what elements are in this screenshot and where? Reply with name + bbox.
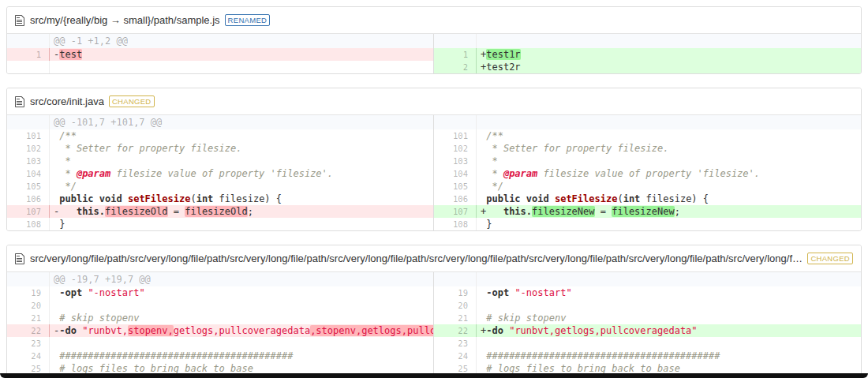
code-token: getlogs,pullcoveragedata (174, 325, 310, 336)
code-token: * (486, 155, 497, 167)
diff-left-pane: @@ -1 +1,2 @@1-test (7, 34, 434, 73)
hunk-header-row (434, 272, 861, 286)
file-diff-panel: src/core/init.java CHANGED @@ -101,7 +10… (6, 88, 862, 231)
code-token: * (59, 168, 77, 179)
code-token: @param (77, 168, 110, 179)
code-line: * (50, 155, 433, 167)
diff-body: @@ -19,7 +19,7 @@19 -opt "-nostart"20 21… (7, 272, 861, 375)
code-token: * (486, 168, 503, 179)
line-number: 105 (7, 180, 50, 193)
code-line: + this.filesizeNew = filesizeNew; (477, 205, 861, 218)
code-token: -opt (59, 287, 82, 298)
code-token: # logs files to bring back to base (59, 363, 253, 374)
hunk-header: @@ -101,7 +101,7 @@ (50, 115, 433, 129)
code-line: * Setter for property filesize. (477, 142, 861, 155)
line-number: 106 (434, 193, 477, 205)
code-token: filesize value of property 'filesize'. (110, 168, 333, 179)
code-line: # skip stopenv (50, 312, 433, 324)
code-token: # skip stopenv (59, 313, 139, 324)
diff-left-pane: @@ -101,7 +101,7 @@101 /**102 * Setter f… (7, 115, 434, 230)
code-token: ; (248, 206, 253, 217)
file-status-badge: CHANGED (109, 95, 155, 107)
line-number: 2 (434, 61, 477, 73)
file-icon (15, 95, 24, 108)
code-line: +test2r (477, 61, 861, 73)
file-header[interactable]: src/very/long/file/path/src/very/long/fi… (7, 245, 861, 272)
code-token: ########################################… (59, 350, 293, 361)
code-line: } (477, 218, 861, 230)
code-token: this. (503, 206, 532, 217)
code-token (54, 338, 59, 349)
diff-right-table: 101 /**102 * Setter for property filesiz… (434, 115, 861, 230)
diff-line-row: 106 public void setFilesize(int filesize… (434, 193, 861, 205)
diff-body: @@ -1 +1,2 @@1-test 1+test1r2+test2r (7, 34, 861, 73)
code-token: "-nostart" (88, 287, 144, 298)
file-name: src/very/long/file/path/src/very/long/fi… (30, 253, 803, 264)
code-token: stopenv, (128, 325, 174, 336)
diff-line-row: 23 (7, 337, 433, 350)
diff-line-row: 101 /** (7, 129, 433, 142)
diff-line-row: 104 * @param filesize value of property … (7, 167, 433, 180)
code-token: public void (486, 193, 555, 204)
code-token: "runbvt, (82, 325, 128, 336)
code-token: ########################################… (486, 350, 720, 361)
code-line (50, 337, 433, 350)
code-token (59, 206, 77, 217)
diff-line-row: 108 } (7, 218, 433, 230)
code-token (486, 206, 503, 217)
code-line: } (50, 218, 433, 230)
file-status-badge: RENAMED (225, 14, 271, 26)
line-number: 20 (434, 299, 477, 312)
line-number (7, 272, 50, 286)
file-header[interactable]: src/core/init.java CHANGED (7, 88, 861, 115)
code-token (54, 300, 59, 311)
code-token: * (59, 155, 70, 167)
hunk-header: @@ -1 +1,2 @@ (50, 34, 433, 48)
code-token: filesize) { (213, 193, 282, 204)
diff-line-row (7, 61, 433, 73)
file-icon (15, 14, 24, 27)
code-line: * Setter for property filesize. (50, 142, 433, 155)
code-line: /** (50, 129, 433, 142)
diff-line-row: 21 # skip stopenv (434, 312, 861, 324)
diff-line-row: 23 (434, 337, 861, 350)
file-status-badge: CHANGED (807, 253, 853, 264)
code-token: */ (59, 181, 77, 192)
code-token: filesize) { (640, 193, 709, 204)
code-line: */ (50, 180, 433, 193)
hunk-header-row (434, 34, 861, 48)
code-line (477, 337, 861, 350)
diff-line-row: 106 public void setFilesize(int filesize… (7, 193, 433, 205)
line-number (7, 61, 50, 73)
diff-line-row: 19 -opt "-nostart" (434, 286, 861, 299)
diff-line-row: 1-test (7, 48, 433, 61)
code-token: /** (486, 130, 503, 141)
file-icon (15, 253, 24, 265)
file-header[interactable]: src/my/{really/big → small}/path/sample.… (7, 7, 861, 34)
code-line (50, 61, 433, 73)
diff-view: src/my/{really/big → small}/path/sample.… (0, 0, 868, 376)
code-token: filesize value of property 'filesize'. (537, 168, 760, 179)
code-token: /** (59, 130, 77, 141)
line-number: 22 (7, 324, 50, 337)
code-token: test (59, 49, 82, 60)
diff-line-row: 101 /** (434, 129, 861, 142)
code-line: --do "runbvt,stopenv,getlogs,pullcoverag… (50, 324, 433, 337)
code-token: setFilesize (128, 193, 190, 204)
file-diff-panel: src/very/long/file/path/src/very/long/fi… (6, 245, 862, 376)
diff-line-row: 105 */ (434, 180, 861, 193)
code-token: filesizeOld (185, 206, 247, 217)
line-number: 21 (434, 312, 477, 324)
code-line: -opt "-nostart" (477, 286, 861, 299)
diff-line-row: 105 */ (7, 180, 433, 193)
code-line: * @param filesize value of property 'fil… (477, 167, 861, 180)
code-token: @param (503, 168, 537, 179)
diff-right-table: 19 -opt "-nostart"20 21 # skip stopenv22… (434, 272, 861, 375)
code-token: ( (190, 193, 196, 204)
window-bottom-edge (0, 373, 868, 378)
line-number: 103 (7, 155, 50, 167)
diff-line-row: 21 # skip stopenv (7, 312, 433, 324)
line-number (7, 115, 50, 129)
code-line: - this.filesizeOld = filesizeOld; (50, 205, 433, 218)
line-number: 107 (7, 205, 50, 218)
